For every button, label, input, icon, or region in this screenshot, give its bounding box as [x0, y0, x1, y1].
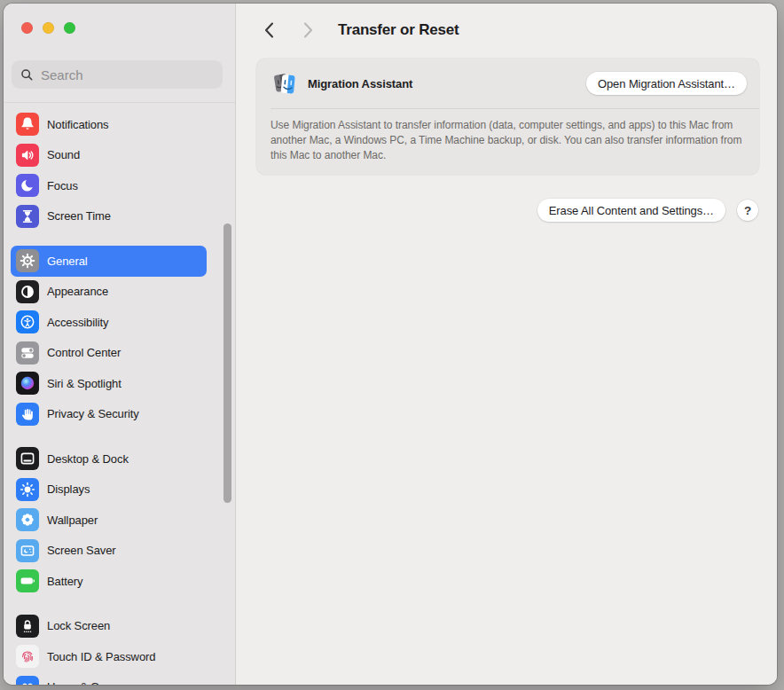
sidebar-item-label: General — [47, 255, 88, 268]
wallpaper-icon — [16, 508, 39, 531]
sidebar-group: Desktop & Dock Displays Wallpaper Screen… — [11, 443, 207, 597]
screen-time-icon — [16, 205, 39, 228]
migration-assistant-card: Migration Assistant Open Migration Assis… — [256, 59, 759, 175]
sidebar-item-accessibility[interactable]: Accessibility — [11, 307, 207, 338]
sound-icon — [16, 144, 39, 167]
sidebar-item-screen-time[interactable]: Screen Time — [11, 201, 207, 232]
sidebar-item-label: Desktop & Dock — [47, 452, 129, 466]
sidebar-group: General Appearance Accessibility Control… — [11, 246, 207, 429]
sidebar-item-label: Control Center — [47, 346, 121, 359]
users-groups-icon — [16, 676, 39, 685]
sidebar-item-wallpaper[interactable]: Wallpaper — [11, 505, 207, 536]
notifications-icon — [16, 113, 39, 136]
page-title: Transfer or Reset — [338, 21, 459, 39]
sidebar-item-label: Appearance — [47, 285, 108, 298]
traffic-lights — [4, 4, 235, 34]
sidebar-item-appearance[interactable]: Appearance — [11, 277, 207, 308]
close-button[interactable] — [21, 22, 33, 34]
accessibility-icon — [16, 310, 39, 333]
sidebar-item-label: Displays — [47, 482, 90, 496]
appearance-icon — [16, 280, 39, 303]
sidebar-item-users-groups[interactable]: Users & Groups — [11, 672, 207, 686]
sidebar-item-displays[interactable]: Displays — [11, 474, 207, 506]
migration-assistant-row: Migration Assistant Open Migration Assis… — [256, 59, 759, 108]
erase-row: Erase All Content and Settings… ? — [236, 199, 777, 222]
sidebar-group: Notifications SoundFocus Screen Time — [11, 109, 207, 231]
general-icon — [16, 249, 39, 272]
zoom-button[interactable] — [64, 22, 75, 34]
sidebar-item-label: Wallpaper — [47, 514, 98, 527]
forward-button[interactable] — [299, 19, 317, 42]
sidebar-item-label: Screen Saver — [47, 544, 116, 557]
sidebar-divider — [4, 102, 235, 103]
chevron-left-icon — [263, 21, 275, 39]
desktop-dock-icon — [16, 447, 39, 470]
sidebar-item-label: Lock Screen — [47, 619, 110, 632]
sidebar-item-sound[interactable]: Sound — [11, 140, 207, 171]
battery-icon — [16, 569, 39, 592]
search-field[interactable] — [12, 60, 223, 89]
content-header: Transfer or Reset — [236, 4, 777, 57]
touch-id-icon — [16, 645, 39, 668]
focus-icon — [16, 174, 39, 197]
sidebar-item-label: Notifications — [47, 118, 109, 131]
lock-screen-icon — [16, 615, 39, 638]
sidebar-item-general[interactable]: General — [11, 246, 207, 277]
sidebar-item-label: Siri & Spotlight — [47, 377, 122, 390]
chevron-right-icon — [302, 21, 314, 39]
sidebar-item-label: Accessibility — [47, 316, 109, 329]
sidebar-item-focus[interactable]: Focus — [11, 170, 207, 201]
content-pane: Transfer or Reset — [236, 4, 777, 685]
open-migration-assistant-button[interactable]: Open Migration Assistant… — [586, 72, 747, 95]
sidebar-item-screen-saver[interactable]: Screen Saver — [11, 536, 207, 567]
privacy-icon — [16, 403, 39, 426]
screen-saver-icon — [16, 539, 39, 562]
search-input[interactable] — [39, 67, 214, 83]
migration-assistant-label: Migration Assistant — [308, 77, 412, 90]
migration-assistant-icon — [270, 69, 299, 98]
sidebar-item-label: Screen Time — [47, 209, 111, 223]
search-icon — [20, 68, 34, 82]
back-button[interactable] — [260, 19, 278, 42]
siri-icon — [16, 372, 39, 395]
sidebar-item-notifications[interactable]: Notifications — [11, 109, 207, 140]
sidebar: Notifications SoundFocus Screen Time Gen… — [4, 4, 236, 685]
sidebar-item-siri-spotlight[interactable]: Siri & Spotlight — [11, 368, 207, 399]
sidebar-item-desktop-dock[interactable]: Desktop & Dock — [11, 443, 207, 474]
system-settings-window: Notifications SoundFocus Screen Time Gen… — [4, 4, 777, 685]
sidebar-nav: Notifications SoundFocus Screen Time Gen… — [11, 109, 207, 685]
sidebar-item-label: Privacy & Security — [47, 407, 139, 420]
help-button[interactable]: ? — [737, 200, 758, 221]
erase-all-content-button[interactable]: Erase All Content and Settings… — [537, 199, 725, 222]
sidebar-item-privacy-security[interactable]: Privacy & Security — [11, 399, 207, 430]
minimize-button[interactable] — [43, 22, 54, 34]
sidebar-group: Lock Screen Touch ID & Password Users & … — [11, 611, 207, 686]
sidebar-item-label: Battery — [47, 575, 82, 588]
sidebar-item-lock-screen[interactable]: Lock Screen — [11, 611, 207, 642]
migration-assistant-description: Use Migration Assistant to transfer info… — [256, 109, 759, 175]
sidebar-item-label: Sound — [47, 148, 80, 161]
sidebar-item-control-center[interactable]: Control Center — [11, 338, 207, 369]
sidebar-item-label: Touch ID & Password — [47, 650, 155, 663]
sidebar-item-label: Users & Groups — [47, 680, 128, 685]
sidebar-scrollbar-thumb[interactable] — [223, 223, 231, 503]
sidebar-item-battery[interactable]: Battery — [11, 566, 207, 597]
control-center-icon — [16, 341, 39, 365]
sidebar-item-label: Focus — [47, 179, 78, 192]
displays-icon — [16, 478, 39, 501]
sidebar-item-touch-id[interactable]: Touch ID & Password — [11, 641, 207, 672]
